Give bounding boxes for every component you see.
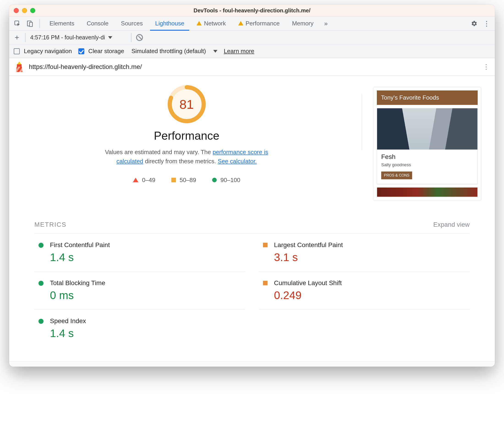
tab-lighthouse[interactable]: Lighthouse [150, 17, 189, 31]
chevron-down-icon [108, 36, 112, 39]
tab-label: Console [87, 20, 108, 27]
preview-card-subtitle: Salty goodness [381, 162, 473, 167]
pass-icon [38, 243, 44, 248]
metrics-section: METRICS Expand view First Contentful Pai… [9, 209, 495, 361]
scrollbar-track[interactable] [9, 361, 495, 367]
tab-performance[interactable]: Performance [233, 17, 285, 31]
warning-icon [238, 21, 243, 25]
clear-storage-checkbox[interactable] [78, 48, 84, 54]
report-selector[interactable]: 4:57:16 PM - foul-heavenly-di [30, 34, 127, 41]
legend-range-fail: 0–49 [142, 177, 155, 184]
audited-url: https://foul-heavenly-direction.glitch.m… [29, 63, 142, 71]
metric-speed-index[interactable]: Speed Index 1.4 s [34, 309, 245, 347]
tab-console[interactable]: Console [82, 17, 113, 31]
settings-gear-icon[interactable] [469, 18, 479, 29]
category-description: Values are estimated and may vary. The p… [93, 147, 281, 166]
inspect-element-icon[interactable] [12, 18, 22, 29]
average-icon [263, 243, 268, 247]
preview-card-image [377, 188, 477, 197]
tab-label: Elements [49, 20, 74, 27]
fail-icon [133, 178, 138, 182]
metrics-header: METRICS Expand view [34, 221, 470, 234]
divider [39, 19, 40, 28]
metric-label: Largest Contentful Paint [274, 241, 343, 249]
metrics-grid: First Contentful Paint 1.4 s Largest Con… [34, 234, 470, 347]
divider [131, 33, 131, 42]
tab-elements[interactable]: Elements [45, 17, 79, 31]
page-screenshot-preview: Tony's Favorite Foods Fesh Salty goodnes… [373, 87, 481, 200]
report-label: 4:57:16 PM - foul-heavenly-di [30, 34, 105, 41]
device-toolbar-icon[interactable] [25, 18, 35, 29]
preview-card-button: PROS & CONS [381, 172, 412, 179]
tab-memory[interactable]: Memory [287, 17, 319, 31]
tab-label: Lighthouse [155, 20, 184, 27]
legend-range-average: 50–89 [180, 177, 196, 184]
kebab-menu-icon[interactable]: ⋮ [482, 18, 492, 29]
devtools-window: DevTools - foul-heavenly-direction.glitc… [9, 5, 495, 367]
report-url-row: https://foul-heavenly-direction.glitch.m… [9, 58, 495, 76]
preview-header: Tony's Favorite Foods [377, 91, 478, 105]
metric-value: 0.249 [274, 289, 342, 302]
clear-icon[interactable] [136, 34, 143, 41]
metric-value: 0 ms [50, 289, 105, 302]
devtools-tabstrip: Elements Console Sources Lighthouse Netw… [9, 17, 495, 31]
metrics-heading: METRICS [34, 221, 66, 228]
pass-icon [38, 281, 44, 286]
report-summary: 81 Performance Values are estimated and … [9, 76, 495, 209]
performance-gauge[interactable]: 81 [167, 85, 206, 124]
average-icon [171, 178, 176, 182]
calculator-link[interactable]: See calculator. [218, 158, 257, 165]
metric-largest-contentful-paint[interactable]: Largest Contentful Paint 3.1 s [259, 234, 470, 272]
metric-cumulative-layout-shift[interactable]: Cumulative Layout Shift 0.249 [259, 272, 470, 309]
average-icon [263, 281, 268, 285]
pass-icon [38, 319, 44, 324]
clear-storage-label: Clear storage [88, 48, 124, 55]
preview-card: Fesh Salty goodness PROS & CONS [377, 108, 478, 184]
preview-card-title: Fesh [381, 153, 473, 161]
metric-first-contentful-paint[interactable]: First Contentful Paint 1.4 s [34, 234, 245, 272]
divider [362, 94, 362, 150]
legacy-navigation-label: Legacy navigation [24, 48, 72, 55]
new-report-button[interactable]: + [13, 33, 21, 42]
lighthouse-options: Legacy navigation Clear storage Simulate… [9, 45, 495, 58]
more-tabs-button[interactable]: » [321, 18, 331, 29]
metric-value: 1.4 s [50, 327, 86, 340]
divider [25, 33, 26, 42]
category-title: Performance [154, 129, 219, 142]
metric-total-blocking-time[interactable]: Total Blocking Time 0 ms [34, 272, 245, 309]
throttling-label: Simulated throttling (default) [131, 48, 206, 55]
tab-network[interactable]: Network [192, 17, 231, 31]
lighthouse-toolbar: + 4:57:16 PM - foul-heavenly-di [9, 31, 495, 45]
metric-label: Cumulative Layout Shift [274, 279, 342, 287]
tab-label: Memory [292, 20, 314, 27]
performance-score-panel: 81 Performance Values are estimated and … [23, 82, 350, 200]
tab-sources[interactable]: Sources [116, 17, 148, 31]
metric-value: 1.4 s [50, 251, 110, 263]
svg-rect-2 [29, 22, 33, 27]
preview-card-image [377, 108, 477, 150]
expand-view-toggle[interactable]: Expand view [433, 221, 470, 228]
report-menu-icon[interactable]: ⋮ [483, 65, 489, 68]
metric-label: Speed Index [50, 317, 86, 325]
warning-icon [197, 21, 202, 25]
lighthouse-logo-icon [15, 62, 24, 72]
metric-label: Total Blocking Time [50, 279, 105, 287]
window-titlebar: DevTools - foul-heavenly-direction.glitc… [9, 5, 495, 17]
score-legend: 0–49 50–89 90–100 [133, 177, 240, 184]
metric-label: First Contentful Paint [50, 241, 110, 249]
gauge-score: 81 [167, 85, 206, 124]
pass-icon [212, 178, 217, 182]
preview-card-partial [377, 187, 478, 197]
tab-label: Sources [121, 20, 143, 27]
learn-more-link[interactable]: Learn more [224, 48, 254, 55]
tab-label: Network [204, 20, 226, 27]
legacy-navigation-checkbox[interactable] [14, 48, 20, 54]
metric-value: 3.1 s [274, 251, 343, 263]
chevron-down-icon[interactable] [213, 50, 217, 53]
window-title: DevTools - foul-heavenly-direction.glitc… [9, 7, 495, 14]
tab-label: Performance [246, 20, 280, 27]
legend-range-pass: 90–100 [220, 177, 240, 184]
